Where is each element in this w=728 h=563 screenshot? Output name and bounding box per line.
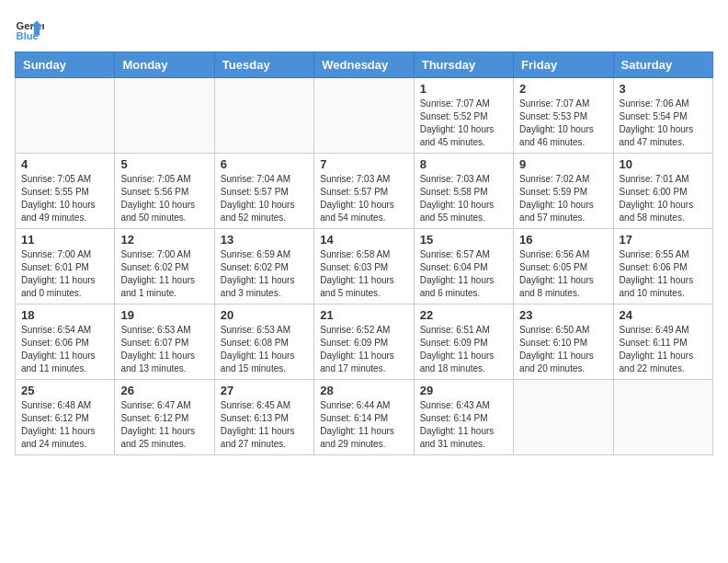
day-info: Sunrise: 6:59 AMSunset: 6:02 PMDaylight:… bbox=[221, 248, 308, 300]
calendar-cell: 25Sunrise: 6:48 AMSunset: 6:12 PMDayligh… bbox=[16, 380, 115, 455]
weekday-header-wednesday: Wednesday bbox=[314, 52, 414, 78]
day-info: Sunrise: 6:47 AMSunset: 6:12 PMDaylight:… bbox=[120, 399, 208, 451]
day-info: Sunrise: 7:02 AMSunset: 5:59 PMDaylight:… bbox=[519, 173, 607, 224]
calendar-cell: 12Sunrise: 7:00 AMSunset: 6:02 PMDayligh… bbox=[115, 229, 214, 304]
day-number: 14 bbox=[320, 233, 407, 247]
calendar-cell: 15Sunrise: 6:57 AMSunset: 6:04 PMDayligh… bbox=[414, 229, 513, 304]
calendar-cell bbox=[514, 380, 613, 455]
day-number: 28 bbox=[320, 384, 407, 397]
calendar-cell: 17Sunrise: 6:55 AMSunset: 6:06 PMDayligh… bbox=[613, 229, 712, 304]
day-number: 20 bbox=[221, 308, 308, 322]
day-number: 8 bbox=[420, 157, 507, 171]
calendar-week-4: 18Sunrise: 6:54 AMSunset: 6:06 PMDayligh… bbox=[16, 304, 713, 380]
day-number: 29 bbox=[420, 384, 507, 397]
weekday-header-thursday: Thursday bbox=[414, 52, 513, 78]
calendar-cell: 8Sunrise: 7:03 AMSunset: 5:58 PMDaylight… bbox=[414, 154, 513, 229]
day-info: Sunrise: 6:56 AMSunset: 6:05 PMDaylight:… bbox=[519, 248, 607, 300]
day-info: Sunrise: 6:53 AMSunset: 6:08 PMDaylight:… bbox=[221, 324, 308, 375]
day-info: Sunrise: 6:49 AMSunset: 6:11 PMDaylight:… bbox=[620, 324, 707, 375]
calendar-cell: 29Sunrise: 6:43 AMSunset: 6:14 PMDayligh… bbox=[414, 380, 513, 455]
day-number: 23 bbox=[519, 308, 607, 322]
calendar-week-2: 4Sunrise: 7:05 AMSunset: 5:55 PMDaylight… bbox=[16, 154, 713, 229]
day-info: Sunrise: 6:48 AMSunset: 6:12 PMDaylight:… bbox=[21, 399, 108, 451]
calendar-week-3: 11Sunrise: 7:00 AMSunset: 6:01 PMDayligh… bbox=[16, 229, 713, 304]
day-number: 1 bbox=[420, 82, 507, 96]
day-number: 22 bbox=[420, 308, 507, 322]
calendar-cell bbox=[16, 78, 115, 154]
day-info: Sunrise: 7:04 AMSunset: 5:57 PMDaylight:… bbox=[221, 173, 308, 224]
day-info: Sunrise: 6:43 AMSunset: 6:14 PMDaylight:… bbox=[420, 399, 507, 451]
calendar-cell: 27Sunrise: 6:45 AMSunset: 6:13 PMDayligh… bbox=[214, 380, 313, 455]
calendar-cell: 26Sunrise: 6:47 AMSunset: 6:12 PMDayligh… bbox=[115, 380, 214, 455]
day-number: 10 bbox=[620, 157, 707, 171]
calendar-cell: 14Sunrise: 6:58 AMSunset: 6:03 PMDayligh… bbox=[314, 229, 414, 304]
calendar-week-5: 25Sunrise: 6:48 AMSunset: 6:12 PMDayligh… bbox=[16, 380, 713, 455]
calendar-cell bbox=[115, 78, 214, 154]
calendar-cell bbox=[314, 78, 414, 154]
day-info: Sunrise: 6:45 AMSunset: 6:13 PMDaylight:… bbox=[221, 399, 308, 451]
day-number: 26 bbox=[120, 384, 208, 397]
calendar-cell: 10Sunrise: 7:01 AMSunset: 6:00 PMDayligh… bbox=[613, 154, 712, 229]
day-number: 27 bbox=[221, 384, 308, 397]
weekday-header-saturday: Saturday bbox=[613, 52, 712, 78]
day-number: 24 bbox=[620, 308, 707, 322]
day-info: Sunrise: 7:05 AMSunset: 5:55 PMDaylight:… bbox=[21, 173, 108, 224]
day-info: Sunrise: 6:54 AMSunset: 6:06 PMDaylight:… bbox=[21, 324, 108, 375]
calendar-cell bbox=[613, 380, 712, 455]
calendar-cell: 19Sunrise: 6:53 AMSunset: 6:07 PMDayligh… bbox=[115, 304, 214, 380]
day-number: 5 bbox=[120, 157, 208, 171]
calendar-cell: 4Sunrise: 7:05 AMSunset: 5:55 PMDaylight… bbox=[16, 154, 115, 229]
calendar-cell: 3Sunrise: 7:06 AMSunset: 5:54 PMDaylight… bbox=[613, 78, 712, 154]
day-number: 19 bbox=[120, 308, 208, 322]
calendar-cell: 24Sunrise: 6:49 AMSunset: 6:11 PMDayligh… bbox=[613, 304, 712, 380]
calendar-cell: 20Sunrise: 6:53 AMSunset: 6:08 PMDayligh… bbox=[214, 304, 313, 380]
day-number: 9 bbox=[519, 157, 607, 171]
day-info: Sunrise: 6:58 AMSunset: 6:03 PMDaylight:… bbox=[320, 248, 407, 300]
logo: General Blue bbox=[15, 15, 44, 44]
day-number: 17 bbox=[620, 233, 707, 247]
day-number: 25 bbox=[21, 384, 108, 397]
day-number: 6 bbox=[221, 157, 308, 171]
calendar-table: SundayMondayTuesdayWednesdayThursdayFrid… bbox=[15, 52, 713, 455]
day-info: Sunrise: 6:51 AMSunset: 6:09 PMDaylight:… bbox=[420, 324, 507, 375]
day-info: Sunrise: 7:07 AMSunset: 5:53 PMDaylight:… bbox=[519, 98, 607, 149]
calendar-cell: 21Sunrise: 6:52 AMSunset: 6:09 PMDayligh… bbox=[314, 304, 414, 380]
calendar-cell: 7Sunrise: 7:03 AMSunset: 5:57 PMDaylight… bbox=[314, 154, 414, 229]
calendar-cell: 2Sunrise: 7:07 AMSunset: 5:53 PMDaylight… bbox=[514, 78, 613, 154]
day-info: Sunrise: 6:50 AMSunset: 6:10 PMDaylight:… bbox=[519, 324, 607, 375]
day-info: Sunrise: 7:05 AMSunset: 5:56 PMDaylight:… bbox=[120, 173, 208, 224]
calendar-cell bbox=[214, 78, 313, 154]
calendar-cell: 16Sunrise: 6:56 AMSunset: 6:05 PMDayligh… bbox=[514, 229, 613, 304]
day-number: 15 bbox=[420, 233, 507, 247]
day-info: Sunrise: 7:07 AMSunset: 5:52 PMDaylight:… bbox=[420, 98, 507, 149]
day-info: Sunrise: 7:03 AMSunset: 5:58 PMDaylight:… bbox=[420, 173, 507, 224]
weekday-header-tuesday: Tuesday bbox=[214, 52, 313, 78]
calendar-cell: 22Sunrise: 6:51 AMSunset: 6:09 PMDayligh… bbox=[414, 304, 513, 380]
day-info: Sunrise: 7:00 AMSunset: 6:01 PMDaylight:… bbox=[21, 248, 108, 300]
day-number: 3 bbox=[620, 82, 707, 96]
day-number: 11 bbox=[21, 233, 108, 247]
weekday-header-monday: Monday bbox=[115, 52, 214, 78]
day-number: 2 bbox=[519, 82, 607, 96]
calendar-cell: 18Sunrise: 6:54 AMSunset: 6:06 PMDayligh… bbox=[16, 304, 115, 380]
day-info: Sunrise: 6:55 AMSunset: 6:06 PMDaylight:… bbox=[620, 248, 707, 300]
logo-icon: General Blue bbox=[15, 15, 44, 44]
calendar-cell: 23Sunrise: 6:50 AMSunset: 6:10 PMDayligh… bbox=[514, 304, 613, 380]
calendar-header-row: SundayMondayTuesdayWednesdayThursdayFrid… bbox=[16, 52, 713, 78]
calendar-cell: 11Sunrise: 7:00 AMSunset: 6:01 PMDayligh… bbox=[16, 229, 115, 304]
day-info: Sunrise: 7:00 AMSunset: 6:02 PMDaylight:… bbox=[120, 248, 208, 300]
weekday-header-friday: Friday bbox=[514, 52, 613, 78]
calendar-cell: 1Sunrise: 7:07 AMSunset: 5:52 PMDaylight… bbox=[414, 78, 513, 154]
calendar-week-1: 1Sunrise: 7:07 AMSunset: 5:52 PMDaylight… bbox=[16, 78, 713, 154]
day-number: 13 bbox=[221, 233, 308, 247]
day-info: Sunrise: 7:03 AMSunset: 5:57 PMDaylight:… bbox=[320, 173, 407, 224]
calendar-cell: 9Sunrise: 7:02 AMSunset: 5:59 PMDaylight… bbox=[514, 154, 613, 229]
day-info: Sunrise: 7:01 AMSunset: 6:00 PMDaylight:… bbox=[620, 173, 707, 224]
day-info: Sunrise: 6:53 AMSunset: 6:07 PMDaylight:… bbox=[120, 324, 208, 375]
page-header: General Blue bbox=[15, 15, 713, 44]
day-number: 12 bbox=[120, 233, 208, 247]
day-info: Sunrise: 6:52 AMSunset: 6:09 PMDaylight:… bbox=[320, 324, 407, 375]
day-info: Sunrise: 7:06 AMSunset: 5:54 PMDaylight:… bbox=[620, 98, 707, 149]
day-number: 21 bbox=[320, 308, 407, 322]
day-info: Sunrise: 6:44 AMSunset: 6:14 PMDaylight:… bbox=[320, 399, 407, 451]
